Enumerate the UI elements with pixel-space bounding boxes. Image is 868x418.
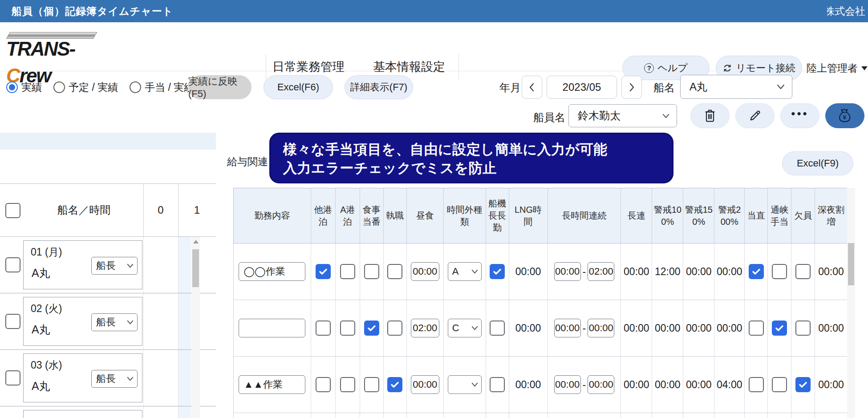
col-header-long-continuous: 長時間連続 [548, 188, 621, 243]
allowance-row: C00:00-00:0000:0000:0000:0000:00 [234, 300, 847, 357]
scrollbar-thumb[interactable] [848, 243, 854, 285]
cell-alert-100: 12:00 [652, 243, 683, 300]
long-continuous-end-input-row3[interactable] [588, 375, 614, 394]
overtime-type-select-row1[interactable]: A [448, 262, 482, 281]
edit-button[interactable] [735, 103, 775, 128]
lng-time-value-row3: 00:00 [515, 379, 541, 391]
long-continuous-start-input-row1[interactable] [554, 262, 581, 281]
vacancy-checkbox-row3[interactable] [795, 377, 811, 392]
day-row-checkbox[interactable] [5, 314, 20, 329]
hour-column-0: 0 [143, 184, 178, 236]
a-port-stay-checkbox-row2[interactable] [340, 321, 355, 336]
cell-a-port-stay [336, 243, 360, 300]
meal-duty-checkbox-row1[interactable] [364, 264, 379, 279]
chevron-right-icon [628, 82, 635, 92]
lunch-input-row2[interactable] [411, 319, 439, 337]
watch-duty-checkbox-row2[interactable] [749, 321, 764, 336]
strait-allowance-checkbox-row3[interactable] [772, 377, 787, 392]
view-mode-radio-3[interactable]: 手当 / 実績 [130, 81, 194, 94]
cell-strait-allowance [768, 357, 791, 413]
check-icon [366, 323, 377, 333]
other-port-stay-checkbox-row2[interactable] [316, 321, 331, 336]
crew-name-select[interactable]: 鈴木勤太 [568, 104, 677, 127]
trash-icon [703, 109, 717, 123]
left-panel-scrollbar[interactable] [191, 237, 200, 418]
a-port-stay-checkbox-row3[interactable] [340, 377, 355, 392]
long-continuous-start-input-row2[interactable] [554, 319, 581, 337]
lunch-input-row3[interactable] [411, 375, 439, 394]
long-continuous-end-input-row2[interactable] [588, 319, 614, 337]
chevron-down-icon [127, 320, 134, 325]
select-all-checkbox[interactable] [5, 203, 20, 218]
prev-month-button[interactable] [522, 76, 542, 99]
allowance-row [234, 413, 847, 418]
vacancy-checkbox-row1[interactable] [795, 264, 811, 279]
yearmonth-input[interactable]: 2023/05 [547, 76, 617, 99]
cell-work-content [234, 357, 311, 413]
shisshoku-checkbox-row2[interactable] [387, 321, 402, 336]
cell-meal-duty [360, 300, 384, 356]
work-content-input-row3[interactable] [239, 375, 305, 394]
meal-duty-checkbox-row2[interactable] [364, 321, 379, 336]
reflect-actuals-button[interactable]: 実績に反映(F5) [188, 75, 251, 99]
long-continuous-end-input-row1[interactable] [588, 262, 614, 281]
shisshoku-checkbox-row3[interactable] [387, 377, 402, 392]
cell-watch-duty [745, 357, 768, 413]
scroll-up-button[interactable] [191, 237, 200, 247]
watch-duty-checkbox-row3[interactable] [749, 377, 764, 392]
check-icon [492, 266, 503, 277]
watch-duty-checkbox-row1[interactable] [749, 264, 764, 279]
role-select[interactable]: 船長 [91, 257, 138, 275]
yearmonth-label: 年月 [499, 81, 521, 95]
day-row: 01 (月)A丸船長 [0, 237, 216, 293]
work-content-input-row1[interactable] [239, 262, 305, 281]
detail-view-button[interactable]: 詳細表示(F7) [345, 75, 413, 99]
col-header-vacancy: 欠員 [791, 188, 815, 243]
cell-alert-100: 00:00 [652, 357, 683, 413]
shisshoku-checkbox-row1[interactable] [387, 264, 402, 279]
salary-mode-button[interactable]: ¥ [825, 103, 864, 128]
ship-engineer-long-duty-checkbox-row3[interactable] [490, 377, 505, 392]
day-row-checkbox[interactable] [5, 257, 20, 272]
col-header-alert-150: 警戒150% [683, 188, 714, 243]
excel-f6-button[interactable]: Excel(F6) [264, 75, 333, 99]
lunch-input-row1[interactable] [411, 262, 439, 281]
long-continuous-start-input-row3[interactable] [554, 375, 581, 394]
day-row-checkbox[interactable] [5, 370, 20, 386]
ship-time-table-header: 船名／時間 0 1 [0, 183, 216, 237]
strait-allowance-checkbox-row1[interactable] [772, 264, 787, 279]
role-select[interactable]: 船長 [91, 370, 138, 388]
meal-duty-checkbox-row3[interactable] [364, 377, 379, 392]
ellipsis-icon: ••• [791, 111, 808, 120]
scrollbar-thumb[interactable] [192, 249, 199, 287]
strait-allowance-checkbox-row2[interactable] [772, 321, 787, 336]
allowance-row: A00:00-00:0012:0000:0000:0000:00 [234, 243, 847, 300]
delete-button[interactable] [690, 103, 730, 128]
cell-other-port-stay [311, 243, 336, 300]
col-header-strait-allowance: 通峡手当 [768, 188, 791, 243]
alert-200-value-row2: 00:00 [717, 322, 742, 334]
work-content-input-row2[interactable] [239, 319, 305, 337]
lng-time-value-row1: 00:00 [515, 266, 541, 278]
a-port-stay-checkbox-row1[interactable] [340, 264, 355, 279]
overtime-type-select-row2[interactable]: C [448, 319, 482, 337]
excel-f9-button[interactable]: Excel(F9) [782, 151, 853, 175]
ship-time-column-header: 船名／時間 [24, 184, 143, 236]
hour-column-1: 1 [178, 184, 216, 236]
view-mode-radio-2[interactable]: 予定 / 実績 [53, 81, 118, 94]
ship-engineer-long-duty-checkbox-row2[interactable] [490, 321, 505, 336]
ship-select[interactable]: A丸 [680, 75, 792, 99]
ship-engineer-long-duty-checkbox-row1[interactable] [490, 264, 505, 279]
overtime-type-select-row3[interactable] [448, 375, 482, 394]
next-month-button[interactable] [621, 76, 642, 99]
allowance-table-header: 勤務内容他港泊A港泊食事当番執職昼食時間外種類船機長長勤LNG時間長時間連続長連… [233, 188, 848, 243]
view-mode-radio-1[interactable]: 実績 [6, 81, 42, 94]
more-options-button[interactable]: ••• [780, 103, 819, 128]
col-header-work-content: 勤務内容 [234, 188, 311, 243]
other-port-stay-checkbox-row1[interactable] [316, 264, 331, 279]
allowance-table-scrollbar[interactable] [847, 188, 855, 418]
other-port-stay-checkbox-row3[interactable] [316, 377, 331, 392]
col-header-meal-duty: 食事当番 [360, 188, 384, 243]
role-select[interactable]: 船長 [91, 313, 138, 331]
vacancy-checkbox-row2[interactable] [795, 321, 811, 336]
